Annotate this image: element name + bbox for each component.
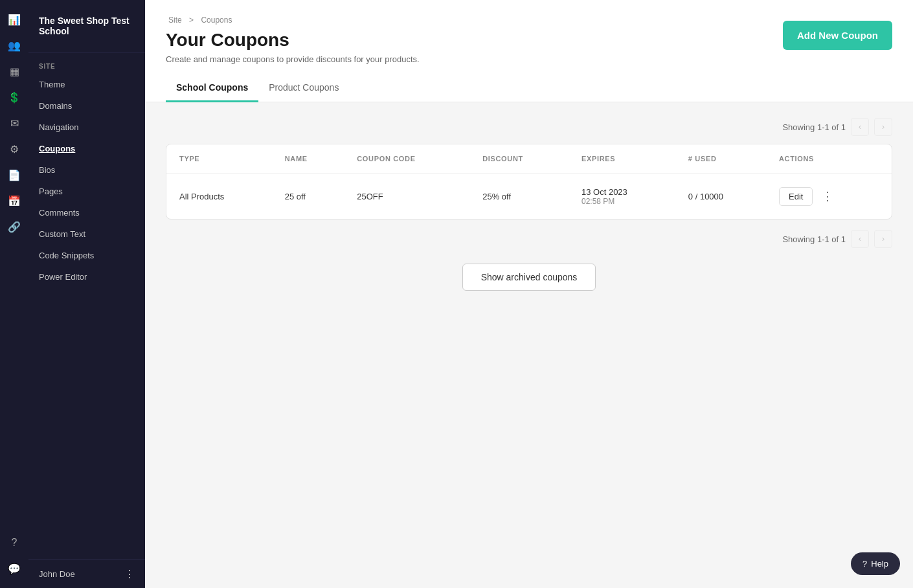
more-options-button[interactable]: ⋮ (818, 187, 837, 206)
breadcrumb-sep: > (189, 16, 194, 25)
sidebar-item-comments[interactable]: Comments (28, 202, 145, 223)
pagination-next-top[interactable]: › (874, 118, 892, 136)
pagination-bottom: Showing 1-1 of 1 ‹ › (166, 230, 892, 248)
sidebar-item-label-coupons: Coupons (39, 144, 75, 153)
sidebar-item-label-code-snippets: Code Snippets (39, 251, 94, 260)
table-row: All Products 25 off 25OFF 25% off 13 Oct… (166, 174, 892, 220)
sidebar-item-domains[interactable]: Domains (28, 95, 145, 117)
help-circle-icon: ? (862, 559, 867, 569)
edit-button[interactable]: Edit (779, 187, 813, 206)
sidebar-item-coupons[interactable]: Coupons (28, 138, 145, 159)
dollar-icon[interactable]: 💲 (3, 85, 26, 109)
breadcrumb-site[interactable]: Site (168, 16, 182, 25)
col-name: NAME (272, 144, 344, 174)
sidebar-footer[interactable]: John Doe ⋮ (28, 560, 145, 588)
show-archived-coupons-button[interactable]: Show archived coupons (462, 264, 596, 291)
cell-actions: Edit ⋮ (766, 174, 892, 220)
cell-discount: 25% off (469, 174, 569, 220)
help-button-label: Help (871, 559, 888, 569)
header-left: Site > Coupons Your Coupons Create and m… (166, 16, 420, 64)
tab-school-coupons[interactable]: School Coupons (166, 74, 258, 102)
sidebar-item-label-domains: Domains (39, 101, 72, 111)
cell-used: 0 / 10000 (675, 174, 766, 220)
sidebar-item-label-power-editor: Power Editor (39, 272, 87, 282)
main-content: Showing 1-1 of 1 ‹ › TYPE NAME COUPON CO… (145, 102, 913, 588)
main-sidebar: The Sweet Shop Test School SITE Theme Do… (28, 0, 145, 588)
chart-icon[interactable]: 📊 (3, 8, 26, 31)
help-button[interactable]: ? Help (851, 552, 900, 575)
tabs-bar: School Coupons Product Coupons (145, 74, 913, 102)
sidebar-item-label-bios: Bios (39, 165, 55, 175)
pagination-prev-top[interactable]: ‹ (851, 118, 869, 136)
pages-icon[interactable]: 📄 (3, 163, 26, 187)
expires-time: 02:58 PM (581, 197, 662, 206)
sidebar-item-power-editor[interactable]: Power Editor (28, 266, 145, 288)
help-circle-icon[interactable]: ? (3, 531, 26, 554)
sidebar-item-label-navigation: Navigation (39, 122, 78, 132)
actions-cell: Edit ⋮ (779, 187, 879, 206)
sidebar-item-code-snippets[interactable]: Code Snippets (28, 245, 145, 266)
icon-sidebar: 📊 👥 ▦ 💲 ✉ ⚙ 📄 📅 🔗 ? 💬 (0, 0, 28, 588)
content-area: Site > Coupons Your Coupons Create and m… (145, 0, 913, 588)
coupons-table-wrapper: TYPE NAME COUPON CODE DISCOUNT EXPIRES #… (166, 144, 892, 220)
calendar-icon[interactable]: 📅 (3, 189, 26, 212)
cell-type: All Products (166, 174, 272, 220)
mail-icon[interactable]: ✉ (3, 111, 26, 135)
message-icon[interactable]: 💬 (3, 557, 26, 580)
page-title: Your Coupons (166, 30, 420, 51)
col-used: # USED (675, 144, 766, 174)
col-discount: DISCOUNT (469, 144, 569, 174)
breadcrumb: Site > Coupons (166, 16, 420, 25)
tab-product-coupons[interactable]: Product Coupons (258, 74, 349, 102)
sidebar-item-custom-text[interactable]: Custom Text (28, 223, 145, 245)
sidebar-item-label-comments: Comments (39, 208, 80, 218)
breadcrumb-page[interactable]: Coupons (201, 16, 232, 25)
col-actions: ACTIONS (766, 144, 892, 174)
coupons-table: TYPE NAME COUPON CODE DISCOUNT EXPIRES #… (166, 144, 892, 219)
col-type: TYPE (166, 144, 272, 174)
users-icon[interactable]: 👥 (3, 34, 26, 57)
pagination-next-bottom[interactable]: › (874, 230, 892, 248)
col-expires: EXPIRES (569, 144, 675, 174)
cell-coupon-code: 25OFF (344, 174, 469, 220)
pagination-top: Showing 1-1 of 1 ‹ › (166, 118, 892, 136)
school-name: The Sweet Shop Test School (28, 0, 145, 52)
sidebar-item-label-pages: Pages (39, 187, 63, 196)
sidebar-item-navigation[interactable]: Navigation (28, 117, 145, 138)
sidebar-item-label-theme: Theme (39, 80, 65, 89)
link-icon[interactable]: 🔗 (3, 215, 26, 238)
pagination-prev-bottom[interactable]: ‹ (851, 230, 869, 248)
expires-date: 13 Oct 2023 (581, 187, 662, 197)
sidebar-item-bios[interactable]: Bios (28, 159, 145, 181)
sidebar-item-pages[interactable]: Pages (28, 181, 145, 202)
footer-more-icon[interactable]: ⋮ (124, 568, 135, 580)
sidebar-item-label-custom-text: Custom Text (39, 229, 85, 239)
pagination-showing-bottom: Showing 1-1 of 1 (782, 234, 846, 244)
site-section-label: SITE (28, 52, 145, 74)
add-new-coupon-button[interactable]: Add New Coupon (783, 21, 892, 50)
sidebar-item-theme[interactable]: Theme (28, 74, 145, 95)
gear-icon[interactable]: ⚙ (3, 137, 26, 161)
footer-user-name: John Doe (39, 569, 75, 579)
cell-expires: 13 Oct 2023 02:58 PM (569, 174, 675, 220)
top-header: Site > Coupons Your Coupons Create and m… (145, 0, 913, 74)
archive-row: Show archived coupons (166, 264, 892, 291)
page-subtitle: Create and manage coupons to provide dis… (166, 54, 420, 64)
dashboard-icon[interactable]: ▦ (3, 60, 26, 83)
cell-name: 25 off (272, 174, 344, 220)
col-coupon-code: COUPON CODE (344, 144, 469, 174)
pagination-showing-top: Showing 1-1 of 1 (782, 122, 846, 132)
